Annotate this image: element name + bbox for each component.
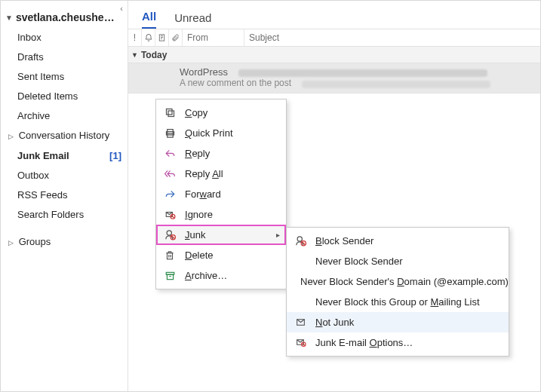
- tab-unread[interactable]: Unread: [174, 11, 211, 29]
- chevron-right-icon: ▷: [8, 236, 16, 250]
- folder-label: Junk Email: [17, 149, 69, 163]
- menu-never-block-group[interactable]: Never Block this Group or Mailing List: [287, 292, 509, 312]
- message-preview: A new comment on the post: [180, 78, 291, 88]
- delete-icon: [162, 250, 177, 261]
- folder-label: Search Folders: [17, 208, 84, 222]
- print-icon: [162, 127, 177, 139]
- menu-copy[interactable]: Copy: [156, 103, 286, 123]
- folder-junk-email[interactable]: Junk Email [1]: [1, 146, 128, 166]
- collapse-pane-icon[interactable]: ‹: [120, 4, 123, 13]
- menu-reply[interactable]: Reply: [156, 143, 286, 164]
- folder-conversation-history[interactable]: ▷ Conversation History: [1, 126, 128, 146]
- reply-icon: [162, 149, 177, 159]
- message-row[interactable]: WordPress A new comment on the post: [128, 63, 540, 93]
- menu-forward[interactable]: Forward: [156, 184, 286, 204]
- message-body-blurred: [302, 81, 490, 88]
- menu-label: Delete: [185, 250, 214, 261]
- ignore-icon: [162, 210, 177, 220]
- chevron-down-icon: ▼: [131, 51, 138, 59]
- menu-label: Quick Print: [185, 127, 233, 139]
- folder-label: Archive: [17, 109, 50, 123]
- menu-junk-options[interactable]: Junk E-mail Options…: [287, 332, 509, 353]
- folder-pane: ‹ ▼ svetlana.cheushe… Inbox Drafts Sent …: [1, 1, 128, 391]
- folder-label: Outbox: [17, 169, 49, 182]
- date-group-today[interactable]: ▼ Today: [128, 47, 540, 63]
- envelope-icon: [293, 317, 308, 327]
- menu-label: Reply: [185, 148, 210, 159]
- menu-quick-print[interactable]: Quick Print: [156, 123, 286, 143]
- account-header[interactable]: ▼ svetlana.cheushe…: [1, 5, 128, 28]
- folder-deleted[interactable]: Deleted Items: [1, 87, 128, 106]
- folder-label: Deleted Items: [17, 90, 78, 103]
- menu-junk[interactable]: Junk ▸: [156, 225, 286, 245]
- folder-label: Inbox: [17, 31, 41, 44]
- menu-label: Never Block Sender: [315, 256, 403, 267]
- menu-never-block-sender[interactable]: Never Block Sender: [287, 251, 509, 271]
- menu-label: Archive…: [185, 270, 227, 281]
- copy-icon: [162, 107, 177, 118]
- menu-delete[interactable]: Delete: [156, 245, 286, 265]
- groups-header[interactable]: ▷ Groups: [1, 232, 128, 253]
- subject-column-header[interactable]: Subject: [244, 29, 540, 46]
- menu-label: Not Junk: [315, 317, 354, 328]
- folder-list: Inbox Drafts Sent Items Deleted Items Ar…: [1, 28, 128, 225]
- junk-icon: [162, 229, 177, 240]
- account-name: svetlana.cheushe…: [16, 11, 115, 23]
- menu-label: Never Block Sender's Domain (@example.co…: [300, 276, 509, 287]
- column-headers: ! From Subject: [128, 29, 540, 47]
- menu-label: Copy: [185, 107, 207, 118]
- group-label: Today: [141, 50, 167, 60]
- folder-label: Drafts: [17, 51, 44, 64]
- svg-point-12: [297, 237, 302, 241]
- folder-sent[interactable]: Sent Items: [1, 67, 128, 87]
- reply-all-icon: [162, 169, 177, 179]
- folder-rss[interactable]: RSS Feeds: [1, 185, 128, 205]
- forward-icon: [162, 189, 177, 200]
- menu-label: Never Block this Group or Mailing List: [315, 296, 480, 308]
- folder-label: RSS Feeds: [17, 188, 67, 202]
- svg-rect-1: [168, 111, 174, 117]
- tab-all[interactable]: All: [142, 10, 156, 29]
- importance-column-icon[interactable]: !: [128, 29, 142, 46]
- menu-ignore[interactable]: Ignore: [156, 204, 286, 225]
- chevron-down-icon: ▼: [5, 14, 13, 22]
- icon-column-icon[interactable]: [155, 29, 169, 46]
- folder-outbox[interactable]: Outbox: [1, 166, 128, 185]
- folder-label: Conversation History: [19, 130, 110, 141]
- junk-submenu: Block Sender Never Block Sender Never Bl…: [286, 227, 509, 357]
- menu-archive[interactable]: Archive…: [156, 265, 286, 286]
- folder-drafts[interactable]: Drafts: [1, 47, 128, 67]
- folder-archive[interactable]: Archive: [1, 106, 128, 126]
- svg-rect-2: [166, 109, 172, 115]
- menu-label: Junk: [185, 229, 205, 240]
- folder-inbox[interactable]: Inbox: [1, 28, 128, 47]
- menu-label: Block Sender: [315, 235, 373, 247]
- block-sender-icon: [293, 235, 308, 247]
- svg-rect-9: [168, 253, 173, 259]
- chevron-right-icon: ▷: [8, 130, 16, 143]
- groups-label: Groups: [19, 236, 51, 247]
- junk-options-icon: [293, 338, 308, 348]
- unread-count: [1]: [109, 149, 121, 163]
- attachment-column-icon[interactable]: [169, 29, 183, 46]
- menu-reply-all[interactable]: Reply All: [156, 164, 286, 184]
- folder-label: Sent Items: [17, 70, 64, 84]
- folder-search[interactable]: Search Folders: [1, 205, 128, 225]
- from-column-header[interactable]: From: [183, 29, 244, 46]
- message-subject-blurred: [238, 69, 487, 77]
- reminder-column-icon[interactable]: [142, 29, 155, 46]
- menu-not-junk[interactable]: Not Junk: [287, 312, 509, 332]
- context-menu: Copy Quick Print Reply Reply All Forward…: [155, 99, 287, 289]
- menu-label: Reply All: [185, 168, 223, 179]
- submenu-arrow-icon: ▸: [276, 231, 280, 239]
- archive-icon: [162, 271, 177, 281]
- message-from: WordPress: [180, 66, 228, 78]
- filter-tabs: All Unread: [128, 1, 540, 29]
- menu-block-sender[interactable]: Block Sender: [287, 231, 509, 251]
- menu-label: Junk E-mail Options…: [315, 337, 413, 348]
- menu-never-block-domain[interactable]: Never Block Sender's Domain (@example.co…: [287, 271, 509, 292]
- svg-point-7: [167, 231, 171, 235]
- svg-rect-11: [167, 274, 173, 279]
- menu-label: Forward: [185, 188, 221, 200]
- menu-label: Ignore: [185, 209, 213, 220]
